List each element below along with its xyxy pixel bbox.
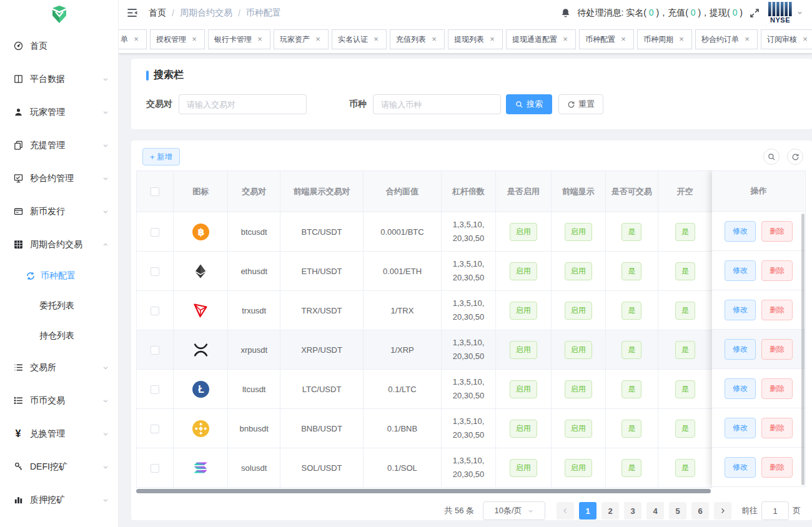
add-button[interactable]: + 新增 [142, 148, 180, 165]
close-icon[interactable]: × [314, 35, 322, 44]
sidebar-item[interactable]: DEFI挖矿 [0, 450, 118, 483]
close-icon[interactable]: × [801, 35, 810, 44]
prev-page-button[interactable] [557, 502, 574, 520]
edit-button[interactable]: 修改 [725, 339, 756, 360]
tab-item[interactable]: 授权管理× [150, 29, 205, 49]
page-button[interactable]: 3 [624, 502, 641, 520]
page-button[interactable]: 1 [579, 502, 597, 520]
edit-button[interactable]: 修改 [725, 378, 756, 399]
reset-button[interactable]: 重置 [558, 94, 603, 114]
pair-field-label: 交易对 [146, 99, 172, 110]
sidebar-item[interactable]: 充提管理 [0, 129, 118, 162]
delete-button[interactable]: 删除 [761, 300, 793, 320]
table-refresh-icon[interactable] [787, 149, 803, 165]
chevron-down-icon [102, 208, 109, 215]
sidebar-item[interactable]: 交易所 [0, 351, 118, 384]
sidebar-item[interactable]: 币币交易 [0, 384, 118, 417]
page-button[interactable]: 4 [646, 502, 664, 520]
breadcrumb-item: 周期合约交易 [180, 7, 232, 19]
cell-face-value: 0.1/BNB [363, 409, 441, 448]
tab-item[interactable]: 单× [119, 29, 147, 49]
edit-button[interactable]: 修改 [725, 300, 756, 320]
next-page-button[interactable] [714, 502, 731, 520]
sidebar-item[interactable]: ¥兑换管理 [0, 417, 118, 450]
close-icon[interactable]: × [190, 35, 199, 44]
close-icon[interactable]: × [372, 35, 380, 44]
tab-item[interactable]: 银行卡管理× [208, 29, 270, 49]
vertical-scrollbar[interactable] [801, 214, 805, 485]
coin-input[interactable] [373, 94, 501, 114]
close-icon[interactable]: × [677, 35, 686, 44]
fullscreen-icon[interactable] [749, 7, 760, 19]
edit-button[interactable]: 修改 [725, 260, 756, 281]
sidebar-item[interactable]: 质押挖矿 [0, 483, 118, 516]
tab-item[interactable]: 币种配置× [579, 29, 634, 49]
tab-item[interactable]: 提现通道配置× [506, 29, 576, 49]
table-search-toggle-icon[interactable] [763, 149, 780, 165]
edit-button[interactable]: 修改 [725, 418, 756, 438]
delete-button[interactable]: 删除 [761, 221, 793, 242]
delete-button[interactable]: 删除 [761, 260, 793, 281]
close-icon[interactable]: × [743, 35, 751, 44]
page-button[interactable]: 5 [669, 502, 686, 520]
pending-messages: 待处理消息: 实名( 0 )，充值( 0 )，提现( 0 ) [577, 7, 743, 19]
app-logo[interactable] [0, 0, 118, 29]
close-icon[interactable]: × [132, 35, 141, 44]
bell-icon[interactable] [560, 7, 571, 18]
tab-item[interactable]: 充值列表× [390, 29, 445, 49]
row-checkbox[interactable] [151, 385, 159, 394]
edit-button[interactable]: 修改 [725, 221, 756, 242]
tab-item[interactable]: 秒合约订单× [695, 29, 758, 49]
close-icon[interactable]: × [619, 35, 628, 44]
sidebar-item-label: 玩家管理 [30, 107, 65, 118]
pair-input[interactable] [179, 94, 307, 114]
cell-display-pair: ETH/USDT [280, 252, 363, 291]
tradable-badge: 是 [621, 380, 641, 398]
close-icon[interactable]: × [255, 35, 264, 44]
goto-page-input[interactable] [761, 501, 789, 520]
sidebar-subitem[interactable]: 持仓列表 [0, 321, 118, 351]
period-contract-icon [12, 239, 24, 250]
caret-down-icon[interactable] [796, 9, 803, 16]
sidebar-subitem[interactable]: 委托列表 [0, 291, 118, 321]
close-icon[interactable]: × [430, 35, 438, 44]
page-button[interactable]: 2 [602, 502, 619, 520]
tab-item[interactable]: 提现列表× [448, 29, 503, 49]
sidebar-fold-icon[interactable] [126, 7, 139, 19]
refresh-icon [567, 101, 575, 109]
sidebar-item[interactable]: 周期合约交易 [0, 228, 118, 261]
breadcrumb-item[interactable]: 首页 [149, 7, 166, 19]
horizontal-scrollbar[interactable] [136, 489, 711, 493]
brand-logo[interactable]: NYSE [768, 2, 793, 24]
row-checkbox[interactable] [151, 464, 159, 473]
sidebar-item[interactable]: 玩家管理 [0, 96, 118, 129]
search-button[interactable]: 搜索 [506, 94, 552, 114]
cell-leverage: 1,3,5,10, 20,30,50 [442, 330, 496, 370]
sidebar-item[interactable]: 秒合约管理 [0, 162, 118, 195]
close-icon[interactable]: × [488, 35, 497, 44]
row-checkbox[interactable] [151, 228, 159, 237]
sidebar-subitem[interactable]: 币种配置 [0, 261, 118, 291]
tab-item[interactable]: 订阅审核× [761, 29, 812, 49]
select-all-checkbox[interactable] [151, 187, 159, 196]
sidebar-item[interactable]: 新币发行 [0, 195, 118, 228]
row-checkbox[interactable] [151, 346, 159, 355]
tab-item[interactable]: 玩家资产× [274, 29, 329, 49]
sidebar-item[interactable]: 首页 [0, 29, 118, 62]
row-checkbox[interactable] [151, 267, 159, 276]
tab-item[interactable]: 实名认证× [332, 29, 387, 49]
delete-button[interactable]: 删除 [761, 378, 793, 399]
delete-button[interactable]: 删除 [761, 339, 793, 360]
row-checkbox[interactable] [151, 307, 159, 315]
delete-button[interactable]: 删除 [761, 457, 793, 478]
delete-button[interactable]: 删除 [761, 418, 793, 438]
sidebar-item[interactable]: 平台数据 [0, 62, 118, 96]
row-checkbox[interactable] [151, 425, 159, 433]
cell-pair: btcusdt [228, 212, 280, 252]
page-button[interactable]: 6 [691, 502, 709, 520]
page-size-select[interactable]: 10条/页 [483, 501, 545, 520]
edit-button[interactable]: 修改 [725, 457, 756, 478]
close-icon[interactable]: × [561, 35, 570, 44]
tab-item[interactable]: 币种周期× [637, 29, 692, 49]
cell-pair: ltcusdt [228, 370, 280, 409]
